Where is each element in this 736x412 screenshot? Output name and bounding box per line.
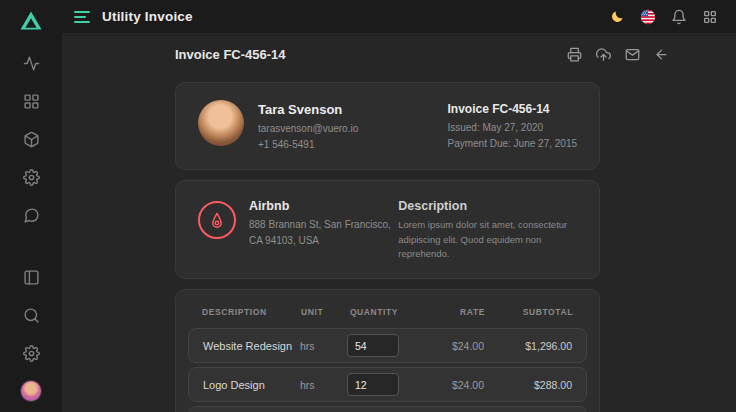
- column-header-unit: UNIT: [301, 307, 339, 317]
- table-row: Website Redesign hrs $24.00 $1,296.00: [188, 328, 587, 363]
- airbnb-icon: [206, 209, 228, 231]
- sidebar-item-panels[interactable]: [18, 264, 44, 290]
- invoice-meta: Invoice FC-456-14 Issued: May 27, 2020 P…: [447, 100, 577, 151]
- invoice-title: Invoice FC-456-14: [175, 47, 286, 62]
- page-title: Utility Invoice: [102, 9, 193, 24]
- logo-triangle-icon: [19, 9, 43, 33]
- print-icon: [567, 47, 582, 62]
- column-header-rate: RATE: [409, 307, 485, 317]
- invoice-due-date: Payment Due: June 27, 2015: [447, 136, 577, 152]
- content-area: Invoice FC-456-14: [62, 33, 736, 412]
- customer-avatar: [198, 100, 244, 146]
- search-icon: [23, 307, 40, 324]
- quantity-input[interactable]: [347, 373, 399, 396]
- box-icon: [23, 131, 40, 148]
- invoice-number: Invoice FC-456-14: [447, 102, 577, 116]
- company-name: Airbnb: [249, 199, 398, 213]
- line-items-card: DESCRIPTION UNIT QUANTITY RATE SUBTOTAL …: [175, 289, 600, 412]
- sidebar: [0, 0, 62, 412]
- cell-description: Website Redesign: [203, 340, 300, 352]
- top-navbar: Utility Invoice: [62, 0, 736, 33]
- dark-mode-toggle[interactable]: [609, 9, 625, 25]
- cell-rate: $24.00: [408, 340, 484, 352]
- company-address: 888 Brannan St, San Francisco, CA 94103,…: [249, 217, 398, 248]
- description-block: Description Lorem ipsum dolor sit amet, …: [398, 197, 577, 262]
- invoice-issued-date: Issued: May 27, 2020: [447, 120, 577, 136]
- cell-quantity: [338, 373, 408, 396]
- sidebar-item-dashboards[interactable]: [18, 88, 44, 114]
- description-text: Lorem ipsum dolor sit amet, consectetur …: [398, 218, 577, 262]
- sidebar-panel-icon: [23, 269, 40, 286]
- mail-icon: [625, 47, 640, 62]
- print-button[interactable]: [567, 47, 582, 62]
- language-selector[interactable]: [640, 9, 656, 25]
- company-card: Airbnb 888 Brannan St, San Francisco, CA…: [175, 180, 600, 279]
- quantity-input[interactable]: [347, 334, 399, 357]
- menu-icon[interactable]: [74, 11, 90, 23]
- sidebar-item-elements[interactable]: [18, 164, 44, 190]
- customer-name: Tara Svenson: [258, 102, 358, 117]
- navbar-actions: [609, 9, 718, 25]
- invoice-header: Invoice FC-456-14: [175, 47, 669, 62]
- email-button[interactable]: [625, 47, 640, 62]
- arrow-left-icon: [654, 47, 669, 62]
- column-header-description: DESCRIPTION: [202, 307, 301, 317]
- apps-button[interactable]: [702, 9, 718, 25]
- sidebar-item-messages[interactable]: [18, 202, 44, 228]
- table-row: Logo Design hrs $24.00 $288.00: [188, 367, 587, 402]
- cell-subtotal: $288.00: [484, 379, 572, 391]
- chat-icon: [23, 207, 40, 224]
- bell-icon: [671, 9, 687, 25]
- customer-email: tarasvenson@vuero.io: [258, 121, 358, 137]
- invoice-actions: [567, 47, 669, 62]
- gear-icon: [23, 345, 40, 362]
- upload-button[interactable]: [596, 47, 611, 62]
- cell-subtotal: $1,296.00: [484, 340, 572, 352]
- cell-rate: $24.00: [408, 379, 484, 391]
- notifications-button[interactable]: [671, 9, 687, 25]
- activity-icon: [23, 55, 40, 72]
- cell-unit: hrs: [300, 340, 338, 352]
- column-header-quantity: QUANTITY: [339, 307, 409, 317]
- app-window: Utility Invoice: [0, 0, 736, 412]
- company-logo: [198, 201, 236, 239]
- grid-icon: [23, 93, 40, 110]
- cell-unit: hrs: [300, 379, 338, 391]
- table-row: Custom Illustrations hrs $32.00 $224.00: [188, 406, 587, 412]
- sidebar-item-settings[interactable]: [18, 340, 44, 366]
- description-heading: Description: [398, 199, 577, 213]
- cloud-upload-icon: [596, 47, 611, 62]
- gear-icon: [23, 169, 40, 186]
- back-button[interactable]: [654, 47, 669, 62]
- us-flag-icon: [640, 9, 656, 25]
- apps-icon: [702, 9, 718, 25]
- sidebar-item-layouts[interactable]: [18, 126, 44, 152]
- customer-phone: +1 546-5491: [258, 137, 358, 153]
- cell-description: Logo Design: [203, 379, 300, 391]
- app-logo[interactable]: [18, 7, 45, 34]
- sidebar-item-activity[interactable]: [18, 50, 44, 76]
- moon-icon: [609, 9, 625, 25]
- user-avatar[interactable]: [20, 380, 42, 402]
- main-area: Utility Invoice: [62, 0, 736, 412]
- table-header: DESCRIPTION UNIT QUANTITY RATE SUBTOTAL: [188, 302, 587, 328]
- customer-info: Tara Svenson tarasvenson@vuero.io +1 546…: [258, 100, 358, 152]
- sidebar-item-search[interactable]: [18, 302, 44, 328]
- customer-card: Tara Svenson tarasvenson@vuero.io +1 546…: [175, 82, 600, 170]
- column-header-subtotal: SUBTOTAL: [485, 307, 573, 317]
- company-info: Airbnb 888 Brannan St, San Francisco, CA…: [249, 197, 398, 248]
- cell-quantity: [338, 334, 408, 357]
